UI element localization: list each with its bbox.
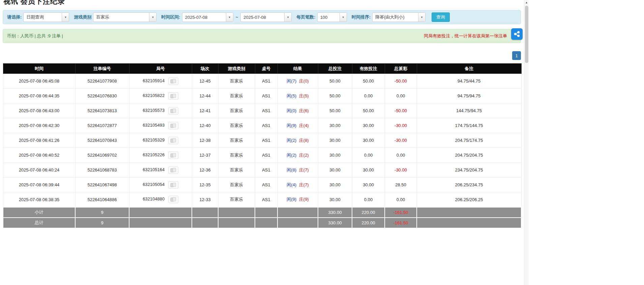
game-type-cell: 百家乐 <box>218 163 255 178</box>
roadmap-button[interactable] <box>168 152 178 159</box>
valid-bet-cell: 50.00 <box>352 74 385 89</box>
subtotal-payout: -161.50 <box>385 207 417 218</box>
payout-cell: -50.00 <box>385 74 417 89</box>
query-type-select[interactable]: 日期查询 ▼ <box>23 12 69 22</box>
remark-cell: 206.25/234.75 <box>417 178 521 192</box>
payout-cell: 0.00 <box>385 192 417 207</box>
column-header: 有效投注 <box>352 64 385 74</box>
total-bet-cell[interactable]: 30.00 <box>318 163 352 178</box>
chevron-down-icon[interactable]: ▼ <box>149 13 156 22</box>
table-footer: 小计 9 330.00 220.00 -161.50 总计 9 <box>3 207 521 228</box>
game-type-cell: 百家乐 <box>218 133 255 148</box>
total-bet-cell[interactable]: 50.00 <box>318 74 352 89</box>
banker-result: 庄(7) <box>299 167 309 172</box>
table-no-cell: AS1 <box>255 178 277 192</box>
summary-bar: 币别：人民币 | 总共 :9 注单 | 同局有效投注，统一计算在该局第一张注单 <box>3 29 521 43</box>
banker-result: 庄(9) <box>299 197 309 202</box>
round-id: 632105573 <box>143 108 165 113</box>
scroll-up-arrow-icon[interactable]: ▲ <box>524 0 529 5</box>
session-cell: 12-37 <box>192 148 218 163</box>
total-bet-cell[interactable]: 30.00 <box>318 148 352 163</box>
browser-viewport: 视讯 会员下注纪录 请选择: 日期查询 ▼ 游戏类别 百家乐 ▼ 时间区间: 2… <box>0 0 529 285</box>
sort-label: 时间排序: <box>352 14 371 20</box>
cards-icon <box>170 168 176 172</box>
chevron-down-icon[interactable]: ▼ <box>418 13 425 22</box>
column-header: 总投注 <box>318 64 352 74</box>
empty-cell <box>277 218 318 228</box>
cards-icon <box>170 123 176 128</box>
per-page-select[interactable]: 100 ▼ <box>317 12 347 22</box>
chevron-down-icon[interactable]: ▼ <box>284 13 291 22</box>
time-cell: 2025-07-08 06:45:08 <box>3 74 75 89</box>
roadmap-button[interactable] <box>168 77 178 85</box>
total-bet-cell[interactable]: 50.00 <box>318 89 352 103</box>
total-bet-cell[interactable]: 50.00 <box>318 103 352 118</box>
game-type-cell: 百家乐 <box>218 148 255 163</box>
session-cell: 12-41 <box>192 103 218 118</box>
date-to-value: 2025-07-08 <box>241 13 284 22</box>
date-from-select[interactable]: 2025-07-08 ▼ <box>182 12 233 22</box>
game-type-value: 百家乐 <box>93 13 149 22</box>
banker-result: 庄(6) <box>299 108 309 113</box>
bet-id-cell: 522641069702 <box>75 148 129 163</box>
round-id-cell: 632105493 <box>129 118 192 133</box>
time-cell: 2025-07-08 06:42:30 <box>3 118 75 133</box>
round-id: 632105226 <box>143 152 165 157</box>
query-button[interactable]: 查询 <box>432 12 450 22</box>
table-row: 2025-07-08 06:45:08 522641077908 6321059… <box>3 74 521 89</box>
round-id-cell: 632105822 <box>129 89 192 103</box>
vertical-scrollbar[interactable]: ▲ <box>524 0 529 285</box>
remark-cell: 174.75/144.75 <box>417 118 521 133</box>
table-row: 2025-07-08 06:40:24 522641068783 6321051… <box>3 163 521 178</box>
result-cell: 闲(0) 庄(6) <box>277 103 318 118</box>
roadmap-button[interactable] <box>168 181 178 189</box>
share-icon <box>514 31 520 37</box>
share-float-button[interactable] <box>511 28 523 40</box>
table-row: 2025-07-08 06:42:30 522641072877 6321054… <box>3 118 521 133</box>
total-bet-cell[interactable]: 30.00 <box>318 178 352 192</box>
banker-result: 庄(2) <box>299 153 309 158</box>
roadmap-button[interactable] <box>168 122 178 129</box>
cards-icon <box>170 138 176 143</box>
chevron-down-icon[interactable]: ▼ <box>340 13 347 22</box>
cards-icon <box>170 183 176 187</box>
scrollbar-thumb[interactable] <box>525 6 528 63</box>
chevron-down-icon[interactable]: ▼ <box>62 13 69 22</box>
result-cell: 闲(2) 庄(8) <box>277 133 318 148</box>
table-row: 2025-07-08 06:40:52 522641069702 6321052… <box>3 148 521 163</box>
filter-bar: 请选择: 日期查询 ▼ 游戏类别 百家乐 ▼ 时间区间: 2025-07-08 … <box>3 10 521 24</box>
payout-cell: -30.00 <box>385 118 417 133</box>
grand-total-valid-bet: 220.00 <box>352 218 385 228</box>
round-id: 632105822 <box>143 93 165 98</box>
sort-select[interactable]: 降幂(由大到小) ▼ <box>372 12 426 22</box>
subtotal-valid-bet: 220.00 <box>352 207 385 218</box>
game-type-select[interactable]: 百家乐 ▼ <box>93 12 156 22</box>
total-bet-cell[interactable]: 30.00 <box>318 192 352 207</box>
column-header: 结果 <box>277 64 318 74</box>
table-row: 2025-07-08 06:38:35 522641064886 6321048… <box>3 192 521 207</box>
banker-result: 庄(5) <box>299 93 309 98</box>
remark-cell: 204.75/174.75 <box>417 133 521 148</box>
roadmap-button[interactable] <box>168 92 178 100</box>
pagination-page-1[interactable]: 1 <box>512 51 521 60</box>
roadmap-button[interactable] <box>168 166 178 174</box>
chevron-down-icon[interactable]: ▼ <box>226 13 233 22</box>
time-cell: 2025-07-08 06:41:26 <box>3 133 75 148</box>
round-id: 632104880 <box>143 197 165 202</box>
bet-id-cell: 522641070843 <box>75 133 129 148</box>
pagination: 1 <box>3 51 521 60</box>
time-range-label: 时间区间: <box>161 14 180 20</box>
total-bet-cell[interactable]: 30.00 <box>318 118 352 133</box>
roadmap-button[interactable] <box>168 196 178 203</box>
player-result: 闲(4) <box>287 182 296 187</box>
game-type-cell: 百家乐 <box>218 103 255 118</box>
table-header-row: 时间注单编号局号场次游戏类别桌号结果总投注有效投注总派彩备注 <box>3 64 521 74</box>
roadmap-button[interactable] <box>168 107 178 115</box>
time-cell: 2025-07-08 06:40:52 <box>3 148 75 163</box>
total-bet-cell[interactable]: 30.00 <box>318 133 352 148</box>
date-to-select[interactable]: 2025-07-08 ▼ <box>240 12 292 22</box>
remark-cell: 94.75/44.75 <box>417 74 521 89</box>
result-cell: 闲(2) 庄(2) <box>277 148 318 163</box>
roadmap-button[interactable] <box>168 137 178 144</box>
player-result: 闲(8) <box>287 167 296 172</box>
